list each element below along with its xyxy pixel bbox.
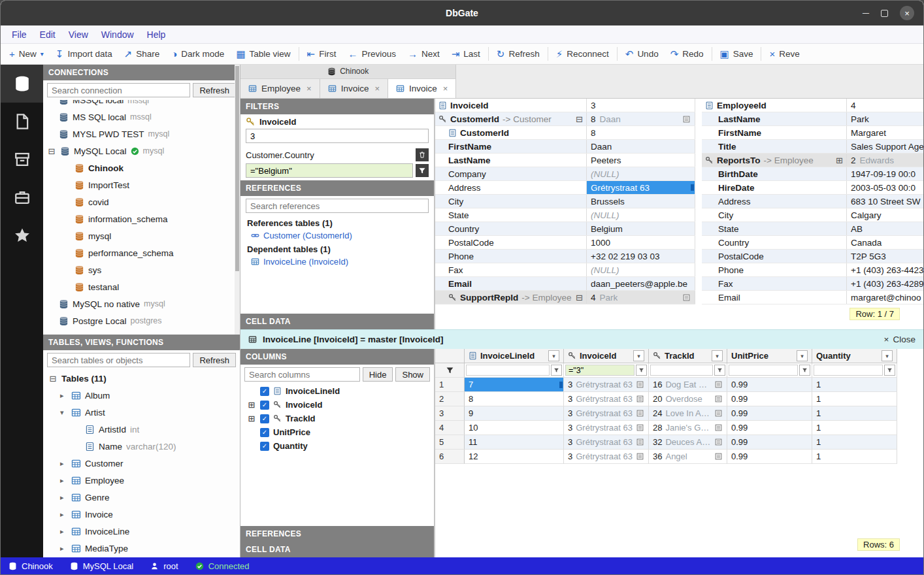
form-row-fk[interactable]: CustomerId-> Customer⊟8Daan xyxy=(435,112,695,126)
expand-icon[interactable]: ⊞ xyxy=(836,156,843,165)
expand-icon[interactable]: ⊞ xyxy=(247,400,256,410)
close-reference-button[interactable]: ×Close xyxy=(884,335,916,344)
database-item-covid[interactable]: covid xyxy=(43,193,240,210)
tree-root-tables[interactable]: ⊟Tables (11) xyxy=(43,370,240,387)
close-tab-icon[interactable]: × xyxy=(443,84,448,93)
form-row[interactable]: CustomerId8 xyxy=(435,126,695,140)
menu-help[interactable]: Help xyxy=(141,27,172,42)
grid-cell[interactable]: 0.99 xyxy=(727,421,812,435)
titlebar[interactable]: DbGate ─ × xyxy=(1,1,923,25)
column-menu-button[interactable]: ▾ xyxy=(548,350,559,361)
row-header[interactable]: 4 xyxy=(435,421,465,435)
open-record-icon[interactable] xyxy=(714,438,723,446)
menu-view[interactable]: View xyxy=(63,27,94,42)
filter-row-header[interactable] xyxy=(435,363,465,378)
table-item-employee[interactable]: ▸Employee xyxy=(43,472,240,489)
open-record-icon[interactable] xyxy=(636,380,644,389)
open-record-icon[interactable] xyxy=(682,293,691,302)
database-item-information-schema[interactable]: information_schema xyxy=(43,210,240,227)
grid-cell[interactable]: 0.99 xyxy=(727,450,812,464)
menu-file[interactable]: File xyxy=(6,27,33,42)
grid-cell[interactable]: 32Deuces Are W xyxy=(649,435,727,450)
form-row[interactable]: Fax(NULL) xyxy=(435,263,695,277)
grid-cell[interactable]: 20Overdose xyxy=(649,392,727,406)
form-row[interactable]: TitleSales Support Age xyxy=(702,140,923,154)
table-item-customer[interactable]: ▸Customer xyxy=(43,455,240,472)
grid-cell[interactable]: 1 xyxy=(812,406,897,421)
database-item-testanal[interactable]: testanal xyxy=(43,278,240,295)
column-header-invoicelineid[interactable]: InvoiceLineId▾ xyxy=(465,349,564,363)
grid-cell[interactable]: 11 xyxy=(465,435,564,450)
first-button[interactable]: ⇤First xyxy=(301,44,342,64)
filter-menu-button[interactable] xyxy=(416,164,429,177)
connections-widget-button[interactable] xyxy=(1,65,43,103)
open-record-icon[interactable] xyxy=(636,452,644,461)
column-menu-button[interactable]: ▾ xyxy=(712,350,723,361)
open-record-icon[interactable] xyxy=(714,395,723,403)
column-item-artistid[interactable]: ArtistIdint xyxy=(43,421,240,438)
checkbox-checked[interactable] xyxy=(260,401,269,410)
form-row[interactable]: Phone+32 02 219 03 03 xyxy=(435,250,695,263)
collapse-icon[interactable]: ⊟ xyxy=(47,146,56,156)
filter-invoicelineid-input[interactable] xyxy=(466,365,550,376)
form-row[interactable]: Company(NULL) xyxy=(435,167,695,181)
status-connection[interactable]: MySQL Local xyxy=(70,561,134,571)
chevron-right-icon[interactable]: ▸ xyxy=(60,476,67,485)
column-toggle-quantity[interactable]: Quantity xyxy=(240,439,434,453)
form-row[interactable]: HireDate2003-05-03 00:0 xyxy=(702,181,923,195)
grid-cell[interactable]: 9 xyxy=(465,406,564,421)
database-item-importtest[interactable]: ImportTest xyxy=(43,176,240,193)
tab-invoice-1[interactable]: Invoice× xyxy=(320,79,388,98)
close-button[interactable]: × xyxy=(900,6,914,20)
open-record-icon[interactable] xyxy=(636,395,644,403)
database-item-mysql[interactable]: mysql xyxy=(43,227,240,244)
table-item-invoiceline[interactable]: ▸InvoiceLine xyxy=(43,523,240,540)
form-row-fk[interactable]: SupportRepId-> Employee⊟4Park xyxy=(435,291,695,304)
grid-cell[interactable]: 3Grétrystraat 63 xyxy=(564,450,649,464)
filter-button[interactable] xyxy=(884,365,895,376)
filters-header[interactable]: FILTERS xyxy=(240,99,434,114)
connection-item-mysql-no-native[interactable]: MySQL no nativemysql xyxy=(43,295,240,312)
form-row[interactable]: Phone+1 (403) 263-4423 xyxy=(702,263,923,277)
form-row[interactable]: Emailmargaret@chinoo xyxy=(702,291,923,304)
grid-cell[interactable]: 0.99 xyxy=(727,435,812,450)
chevron-right-icon[interactable]: ▸ xyxy=(60,544,67,553)
form-row[interactable]: LastNamePeeters xyxy=(435,154,695,167)
filter-button[interactable] xyxy=(551,365,562,376)
chevron-right-icon[interactable]: ▸ xyxy=(60,391,67,400)
row-header[interactable]: 5 xyxy=(435,435,465,450)
undo-button[interactable]: ↶Undo xyxy=(619,44,665,64)
row-header[interactable]: 2 xyxy=(435,392,465,406)
grid-cell[interactable]: 1 xyxy=(812,392,897,406)
form-row[interactable]: CityCalgary xyxy=(702,208,923,222)
minimize-button[interactable]: ─ xyxy=(863,8,869,18)
filter-unitprice-input[interactable] xyxy=(729,365,798,376)
open-record-icon[interactable] xyxy=(714,423,723,432)
grid-cell[interactable]: 3Grétrystraat 63 xyxy=(564,378,649,392)
open-record-icon[interactable] xyxy=(636,438,644,446)
save-button[interactable]: ▣Save xyxy=(714,44,759,64)
chevron-right-icon[interactable]: ▸ xyxy=(60,459,67,468)
form-row[interactable]: StateAB xyxy=(702,222,923,236)
table-item-album[interactable]: ▸Album xyxy=(43,387,240,404)
maximize-button[interactable] xyxy=(881,10,888,17)
archive-widget-button[interactable] xyxy=(1,140,43,178)
table-item-artist[interactable]: ▾Artist xyxy=(43,404,240,421)
column-toggle-invoiceid[interactable]: ⊞InvoiceId xyxy=(240,398,434,412)
form-row[interactable]: EmployeeId4 xyxy=(702,99,923,112)
reconnect-button[interactable]: ⚡Reconnect xyxy=(550,44,615,64)
share-button[interactable]: ↗Share xyxy=(118,44,166,64)
reference-link-invoiceline[interactable]: InvoiceLine (InvoiceId) xyxy=(240,255,434,268)
search-connection-input[interactable] xyxy=(47,83,190,97)
database-item-sys[interactable]: sys xyxy=(43,261,240,278)
status-user[interactable]: root xyxy=(150,561,178,571)
filter-invoiceid-input[interactable] xyxy=(565,365,635,376)
row-header[interactable]: 1 xyxy=(435,378,465,392)
new-button[interactable]: +New▾ xyxy=(3,44,50,64)
search-references-input[interactable] xyxy=(246,199,429,213)
form-row[interactable]: InvoiceId3 xyxy=(435,99,695,112)
table-item-genre[interactable]: ▸Genre xyxy=(43,489,240,506)
close-tab-icon[interactable]: × xyxy=(374,84,380,93)
column-menu-button[interactable]: ▾ xyxy=(882,350,893,361)
checkbox-checked[interactable] xyxy=(260,414,269,423)
